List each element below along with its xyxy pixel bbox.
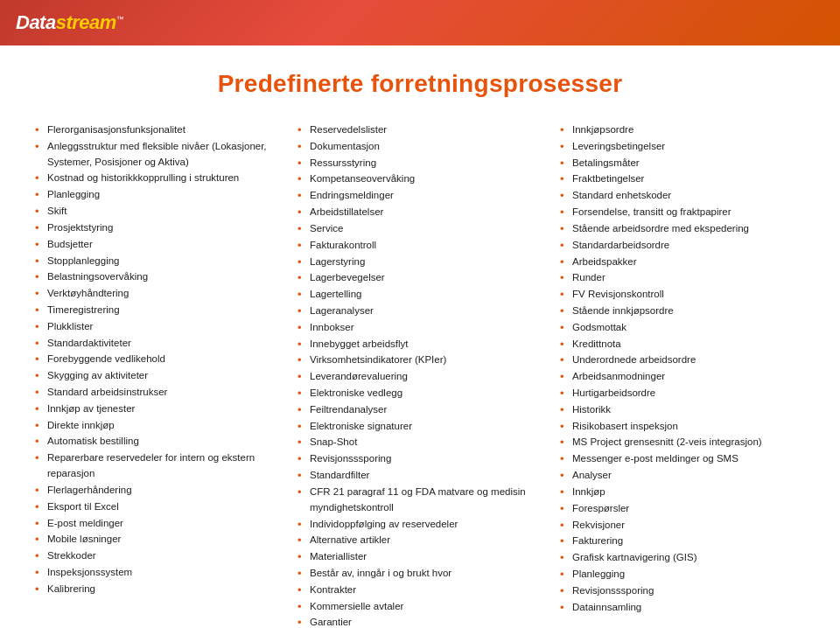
list-item: Analyser: [560, 468, 805, 484]
list-item: Ressursstyring: [298, 156, 542, 171]
list-col3: InnkjøpsordreLeveringsbetingelserBetalin…: [560, 122, 805, 615]
list-item: MS Project grensesnitt (2-veis integrasj…: [560, 435, 805, 450]
list-item: Arbeidspakker: [560, 255, 805, 270]
list-item: Leveringsbetingelser: [560, 139, 805, 155]
list-item: Lagerbevegelser: [298, 270, 542, 286]
header: Datastream™: [0, 0, 840, 45]
list-item: Arbeidsanmodninger: [560, 369, 805, 385]
list-item: Inspeksjonssystem: [35, 565, 280, 581]
list-item: Standardarbeidsordre: [560, 238, 805, 254]
list-item: Direkte innkjøp: [35, 418, 280, 434]
list-item: Rekvisjoner: [560, 518, 805, 534]
list-item: Alternative artikler: [298, 533, 542, 548]
list-item: Verktøyhåndtering: [35, 286, 280, 302]
list-item: Revisjonsssporing: [560, 583, 805, 599]
list-item: Innebygget arbeidsflyt: [298, 337, 542, 352]
list-item: Feiltrendanalyser: [298, 402, 542, 418]
list-item: Kompetanseovervåking: [298, 171, 542, 187]
list-item: CFR 21 paragraf 11 og FDA matvare og med…: [298, 485, 542, 516]
list-item: Risikobasert inspeksjon: [560, 419, 805, 435]
column-2: ReservedelslisterDokumentasjonRessurssty…: [289, 122, 551, 628]
page-title: Predefinerte forretningsprosesser: [26, 70, 814, 98]
list-item: Stående innkjøpsordre: [560, 304, 805, 319]
list-col1: FlerorganisasjonsfunksjonalitetAnleggsst…: [35, 122, 280, 597]
list-item: Elektroniske signaturer: [298, 419, 542, 435]
list-item: Kredittnota: [560, 337, 805, 352]
column-3: InnkjøpsordreLeveringsbetingelserBetalin…: [551, 122, 814, 628]
list-item: Datainnsamling: [560, 600, 805, 616]
list-item: Elektroniske vedlegg: [298, 386, 542, 401]
list-item: Lagerstyring: [298, 255, 542, 270]
list-item: Forebyggende vedlikehold: [35, 352, 280, 367]
list-item: Grafisk kartnavigering (GIS): [560, 550, 805, 566]
list-item: Planlegging: [560, 567, 805, 583]
list-item: Runder: [560, 270, 805, 286]
list-item: Innkjøpsordre: [560, 122, 805, 138]
list-item: Skygging av aktiviteter: [35, 368, 280, 384]
list-item: Reparerbare reservedeler for intern og e…: [35, 450, 280, 482]
list-item: Innbokser: [298, 320, 542, 336]
list-item: Reservedelslister: [298, 122, 542, 138]
list-item: Forsendelse, transitt og fraktpapirer: [560, 205, 805, 220]
list-item: Materiallister: [298, 549, 542, 565]
list-item: Flerlagerhåndering: [35, 483, 280, 499]
columns-wrapper: FlerorganisasjonsfunksjonalitetAnleggsst…: [26, 122, 814, 628]
list-item: Service: [298, 221, 542, 237]
list-item: Arbeidstillatelser: [298, 205, 542, 220]
list-item: Består av, inngår i og brukt hvor: [298, 566, 542, 582]
list-item: Standardfilter: [298, 468, 542, 484]
list-item: Fakturering: [560, 534, 805, 549]
list-item: Endringsmeldinger: [298, 188, 542, 204]
list-item: Dokumentasjon: [298, 139, 542, 155]
list-item: Eksport til Excel: [35, 499, 280, 515]
list-item: Kontrakter: [298, 583, 542, 598]
list-item: Budsjetter: [35, 237, 280, 253]
list-item: Flerorganisasjonsfunksjonalitet: [35, 122, 280, 138]
list-item: Hurtigarbeidsordre: [560, 386, 805, 401]
list-item: Anleggsstruktur med fleksible nivåer (Lo…: [35, 139, 280, 171]
list-item: Plukklister: [35, 319, 280, 335]
list-item: Stående arbeidsordre med ekspedering: [560, 221, 805, 237]
list-item: Standard enhetskoder: [560, 188, 805, 204]
list-item: Timeregistrering: [35, 303, 280, 318]
list-item: Standardaktiviteter: [35, 336, 280, 352]
list-item: Belastningsovervåking: [35, 269, 280, 285]
list-item: Innkjøp: [560, 485, 805, 500]
list-item: Planlegging: [35, 187, 280, 203]
list-item: Betalingsmåter: [560, 156, 805, 171]
list-item: Individoppfølging av reservedeler: [298, 517, 542, 533]
list-item: Strekkoder: [35, 548, 280, 564]
list-item: Standard arbeidsinstrukser: [35, 385, 280, 401]
list-item: Lagertelling: [298, 287, 542, 303]
list-item: Fraktbetingelser: [560, 171, 805, 187]
list-item: Godsmottak: [560, 320, 805, 336]
list-item: Leverandørevaluering: [298, 369, 542, 385]
list-item: Messenger e-post meldinger og SMS: [560, 451, 805, 467]
list-item: Underordnede arbeidsordre: [560, 352, 805, 368]
list-item: Lageranalyser: [298, 304, 542, 319]
list-item: E-post meldinger: [35, 516, 280, 532]
list-item: Innkjøp av tjenester: [35, 401, 280, 417]
list-item: Stopplanlegging: [35, 254, 280, 269]
list-item: Forespørsler: [560, 501, 805, 517]
list-item: Snap-Shot: [298, 435, 542, 450]
list-col2: ReservedelslisterDokumentasjonRessurssty…: [298, 122, 542, 628]
list-item: Fakturakontroll: [298, 238, 542, 254]
list-item: Kommersielle avtaler: [298, 599, 542, 615]
main-content: Predefinerte forretningsprosesser Fleror…: [0, 45, 840, 628]
list-item: Historikk: [560, 402, 805, 418]
list-item: FV Revisjonskontroll: [560, 287, 805, 303]
list-item: Kostnad og historikkkopprulling i strukt…: [35, 171, 280, 186]
list-item: Mobile løsninger: [35, 532, 280, 548]
list-item: Kalibrering: [35, 582, 280, 597]
list-item: Garantier: [298, 615, 542, 628]
column-1: FlerorganisasjonsfunksjonalitetAnleggsst…: [26, 122, 289, 628]
list-item: Virksomhetsindikatorer (KPIer): [298, 352, 542, 368]
list-item: Prosjektstyring: [35, 220, 280, 236]
list-item: Skift: [35, 204, 280, 220]
list-item: Automatisk bestilling: [35, 434, 280, 450]
list-item: Revisjonsssporing: [298, 451, 542, 467]
logo: Datastream™: [16, 11, 123, 34]
